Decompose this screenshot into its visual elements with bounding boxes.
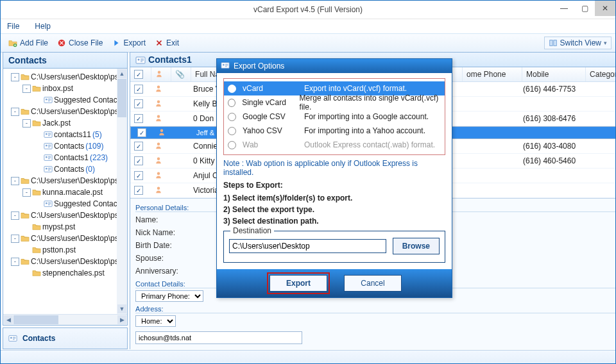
person-icon bbox=[155, 157, 162, 166]
browse-button[interactable]: Browse bbox=[393, 238, 440, 254]
row-checkbox[interactable] bbox=[134, 156, 143, 165]
export-option[interactable]: Yahoo CSVFor importing into a Yahoo acco… bbox=[224, 124, 445, 138]
folder-icon bbox=[21, 72, 30, 81]
tree-item[interactable]: Contacts (109) bbox=[4, 140, 126, 152]
tree-item-label: mypst.pst bbox=[42, 222, 75, 231]
close-button[interactable]: ✕ bbox=[595, 1, 615, 16]
field-spouse-label: Spouse: bbox=[135, 254, 187, 263]
exit-button[interactable]: Exit bbox=[151, 37, 183, 49]
tree-item-label: Suggested Contact bbox=[54, 95, 119, 104]
folder-tree[interactable]: ▲ ▼ - C:\Users\user\Desktop\pst ▴- inbox… bbox=[3, 69, 127, 314]
scroll-down-icon[interactable]: ▼ bbox=[117, 304, 126, 313]
tree-expand-icon[interactable]: - bbox=[11, 258, 19, 266]
tree-scrollbar[interactable]: ▲ ▼ bbox=[117, 69, 127, 314]
row-checkbox[interactable] bbox=[134, 171, 143, 180]
tree-item[interactable]: - C:\Users\user\Desktop\pst ▴ bbox=[4, 71, 126, 83]
tree-item[interactable]: - Jack.pst bbox=[4, 117, 126, 129]
export-button[interactable]: Export bbox=[108, 37, 150, 49]
field-anniv-label: Anniversary: bbox=[135, 267, 187, 276]
row-checkbox[interactable] bbox=[137, 128, 146, 137]
tree-item-label: C:\Users\user\Desktop\pst bbox=[31, 211, 121, 220]
destination-input[interactable] bbox=[229, 239, 386, 253]
folder-icon bbox=[21, 211, 30, 220]
dialog-export-button[interactable]: Export bbox=[270, 275, 327, 292]
tree-item[interactable]: - C:\Users\user\Desktop\pst bbox=[4, 210, 126, 221]
row-checkbox[interactable] bbox=[134, 186, 143, 195]
contacts-icon bbox=[44, 165, 53, 174]
minimize-button[interactable]: — bbox=[554, 1, 574, 16]
close-file-button[interactable]: Close File bbox=[53, 37, 107, 49]
tree-item[interactable]: Suggested Contact bbox=[4, 94, 126, 106]
scroll-up-icon[interactable]: ▲ bbox=[117, 69, 126, 78]
tree-expand-icon[interactable]: - bbox=[11, 73, 19, 81]
hscroll-right-icon[interactable]: ▶ bbox=[117, 315, 126, 324]
tree-item-label: Contacts bbox=[54, 142, 84, 151]
select-all-checkbox[interactable] bbox=[134, 70, 143, 79]
tree-expand-icon[interactable]: - bbox=[22, 85, 31, 93]
menu-file[interactable]: File bbox=[7, 22, 19, 31]
option-desc: Outlook Express contact(.wab) format. bbox=[304, 140, 435, 149]
tree-item[interactable]: pstton.pst bbox=[4, 244, 126, 256]
row-checkbox[interactable] bbox=[134, 99, 143, 108]
tree-item[interactable]: - C:\Users\user\Desktop\pst bbox=[4, 175, 126, 186]
tree-item[interactable]: Contacts1 (223) bbox=[4, 152, 126, 163]
col-home-phone[interactable]: ome Phone bbox=[463, 67, 522, 81]
person-icon bbox=[155, 186, 162, 195]
export-options-dialog: Export Options vCardExport into vCard(.v… bbox=[216, 58, 452, 298]
person-icon bbox=[158, 129, 166, 137]
tree-item-count: (0) bbox=[85, 165, 95, 174]
tree-item[interactable]: mypst.pst bbox=[4, 221, 126, 233]
hscroll-thumb[interactable] bbox=[13, 315, 58, 324]
row-checkbox[interactable] bbox=[134, 114, 143, 123]
maximize-button[interactable]: ▢ bbox=[574, 1, 595, 16]
field-nick-label: Nick Name: bbox=[135, 228, 187, 237]
primary-phone-select[interactable]: Primary Phone: bbox=[135, 290, 203, 302]
tree-expand-icon[interactable]: - bbox=[11, 235, 19, 243]
scroll-thumb[interactable] bbox=[117, 79, 126, 117]
hscroll-left-icon[interactable]: ◀ bbox=[4, 315, 13, 324]
dialog-title: Export Options bbox=[234, 62, 284, 70]
export-option[interactable]: Google CSVFor importing into a Google ac… bbox=[224, 110, 445, 124]
dialog-title-icon bbox=[221, 61, 230, 72]
person-icon bbox=[155, 172, 162, 181]
flag-column-icon bbox=[155, 70, 163, 79]
tree-item[interactable]: - C:\Users\user\Desktop\pst bbox=[4, 106, 126, 117]
col-categories[interactable]: Categories bbox=[586, 67, 616, 81]
switch-view-button[interactable]: Switch View ▾ bbox=[544, 37, 612, 49]
tree-expand-icon[interactable]: - bbox=[11, 108, 19, 116]
menu-help[interactable]: Help bbox=[35, 22, 51, 31]
home-address-select[interactable]: Home: bbox=[135, 315, 176, 327]
folder-icon bbox=[32, 119, 41, 128]
add-file-button[interactable]: Add File bbox=[4, 37, 52, 49]
tree-item[interactable]: - C:\Users\user\Desktop\pst bbox=[4, 256, 126, 267]
tree-expand-icon[interactable]: - bbox=[22, 119, 31, 128]
tree-hscrollbar[interactable]: ◀ ▶ bbox=[3, 314, 127, 325]
person-icon bbox=[155, 85, 162, 94]
option-name: vCard bbox=[243, 84, 298, 93]
email-input[interactable] bbox=[135, 331, 302, 344]
tree-item[interactable]: - inbox.pst bbox=[4, 83, 126, 94]
dialog-cancel-button[interactable]: Cancel bbox=[344, 275, 402, 292]
nav-contacts[interactable]: Contacts bbox=[3, 327, 128, 349]
tree-item[interactable]: stepnenchales.pst bbox=[4, 267, 126, 279]
row-checkbox[interactable] bbox=[134, 142, 143, 151]
tree-item[interactable]: Suggested Contact bbox=[4, 198, 126, 210]
row-checkbox[interactable] bbox=[134, 85, 143, 94]
option-desc: Export into vCard(.vcf) format. bbox=[304, 84, 407, 93]
tree-item[interactable]: - kunna.macale.pst bbox=[4, 186, 126, 198]
tree-item[interactable]: Contacts (0) bbox=[4, 163, 126, 175]
export-format-options: vCardExport into vCard(.vcf) format.Sing… bbox=[223, 78, 445, 155]
tree-expand-icon[interactable]: - bbox=[22, 188, 31, 197]
step-1: 1) Select item(s)/folder(s) to export. bbox=[223, 194, 445, 203]
tree-item[interactable]: - C:\Users\user\Desktop\pst bbox=[4, 233, 126, 244]
exit-label: Exit bbox=[166, 38, 179, 47]
toolbar: Add File Close File Export Exit Switch V… bbox=[1, 34, 615, 53]
tree-item[interactable]: contacts11 (5) bbox=[4, 129, 126, 140]
tree-item-label: Contacts bbox=[54, 165, 84, 174]
tree-expand-icon[interactable]: - bbox=[11, 211, 19, 220]
destination-label: Destination bbox=[230, 226, 274, 235]
col-mobile[interactable]: Mobile bbox=[522, 67, 586, 81]
tree-expand-icon[interactable]: - bbox=[11, 177, 19, 185]
tree-item-label: inbox.pst bbox=[42, 84, 73, 93]
export-option[interactable]: Single vCardMerge all contacts into sing… bbox=[224, 95, 445, 110]
